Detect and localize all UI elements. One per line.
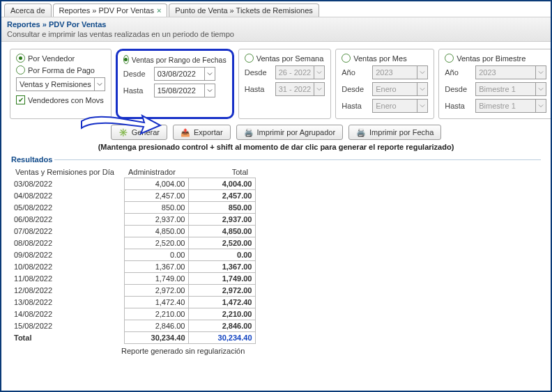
radio-icon: [16, 65, 25, 75]
chevron-down-icon: [204, 84, 215, 97]
radio-rango-fechas[interactable]: Ventas por Rango de Fechas: [123, 55, 227, 64]
cell-date: 09/08/2022: [11, 249, 124, 261]
cell-date: 15/08/2022: [11, 320, 124, 332]
col-total: Total: [188, 166, 255, 178]
chevron-down-icon: [314, 66, 324, 79]
mes-desde-input[interactable]: Enero: [372, 82, 428, 96]
cell-total: 2,457.00: [188, 190, 255, 202]
filter-group-bimestre: Ventas por Bimestre Año 2023 Desde Bimes…: [438, 49, 552, 119]
table-row: 10/08/20221,367.001,367.00: [11, 261, 255, 273]
cell-admin: 0.00: [124, 249, 188, 261]
chevron-down-icon: [535, 66, 546, 79]
bim-hasta-input[interactable]: Bimestre 1: [475, 99, 546, 113]
mes-ano-input[interactable]: 2023: [372, 65, 428, 79]
cell-admin: 850.00: [124, 202, 188, 214]
fecha-hasta-input[interactable]: 15/08/2022: [154, 84, 215, 97]
cell-total: 2,846.00: [188, 320, 255, 332]
cell-total: 1,367.00: [188, 261, 255, 273]
cell-total: 4,004.00: [188, 178, 255, 190]
cell-date: 11/08/2022: [11, 273, 124, 285]
tab-bar: Acerca de Reportes » PDV Por Ventas× Pun…: [1, 1, 551, 17]
radio-por-forma-pago[interactable]: Por Forma de Pago: [16, 65, 105, 75]
chevron-down-icon: [417, 83, 427, 95]
chevron-down-icon: [314, 83, 324, 95]
col-admin: Administrador: [124, 166, 188, 178]
page-title: Reportes » PDV Por Ventas: [7, 20, 545, 29]
fecha-desde-input[interactable]: 03/08/2022: [154, 67, 215, 81]
radio-por-vendedor[interactable]: Por Vendedor: [16, 54, 105, 63]
cell-admin: 2,972.00: [124, 285, 188, 297]
radio-icon: [342, 54, 351, 63]
semana-desde-input[interactable]: 26 - 2022: [275, 65, 325, 79]
radio-bimestre[interactable]: Ventas por Bimestre: [445, 54, 546, 63]
page-header: Reportes » PDV Por Ventas Consultar e im…: [1, 17, 551, 42]
bim-ano-input[interactable]: 2023: [475, 65, 546, 79]
cell-admin: 1,472.40: [124, 297, 188, 308]
cell-total: 850.00: [188, 202, 255, 214]
cell-total-label: Total: [11, 332, 124, 344]
table-row: 12/08/20222,972.002,972.00: [11, 285, 255, 297]
filter-group-fechas: Ventas por Rango de Fechas Desde 03/08/2…: [116, 49, 234, 119]
export-icon: 📤: [181, 127, 190, 137]
radio-semana[interactable]: Ventas por Semana: [245, 54, 325, 63]
cell-date: 03/08/2022: [11, 178, 124, 190]
table-row: 04/08/20222,457.002,457.00: [11, 190, 255, 202]
filter-group-semana: Ventas por Semana Desde 26 - 2022 Hasta …: [238, 49, 331, 119]
radio-icon: [445, 54, 454, 63]
printer-icon: 🖨️: [356, 127, 366, 137]
exportar-button[interactable]: 📤Exportar: [173, 125, 231, 140]
cell-total-admin: 30,234.40: [124, 332, 188, 344]
radio-mes[interactable]: Ventas por Mes: [342, 54, 428, 63]
cell-total: 1,472.40: [188, 297, 255, 308]
table-row: 14/08/20222,210.002,210.00: [11, 308, 255, 320]
filter-group-mes: Ventas por Mes Año 2023 Desde Enero Hast…: [335, 49, 434, 119]
cell-admin: 2,457.00: [124, 190, 188, 202]
cell-total: 4,850.00: [188, 226, 255, 237]
cell-date: 07/08/2022: [11, 226, 124, 237]
cell-admin: 2,520.00: [124, 237, 188, 249]
page-description: Consultar e imprimir las ventas realizad…: [7, 30, 545, 38]
printer-icon: 🖨️: [244, 127, 254, 137]
tipo-ventas-combo[interactable]: Ventas y Remisiones: [16, 77, 105, 91]
chevron-down-icon: [417, 66, 427, 79]
cell-total: 1,749.00: [188, 273, 255, 285]
close-icon[interactable]: ×: [157, 6, 161, 15]
filter-group-vendedor: Por Vendedor Por Forma de Pago Ventas y …: [10, 49, 112, 119]
bim-desde-input[interactable]: Bimestre 1: [475, 82, 546, 96]
cell-admin: 2,846.00: [124, 320, 188, 332]
table-row: 03/08/20224,004.004,004.00: [11, 178, 255, 190]
checkbox-icon: [16, 95, 25, 104]
table-total-row: Total30,234.4030,234.40: [11, 332, 255, 344]
generar-button[interactable]: ✳️Generar: [111, 125, 167, 140]
tab-tickets-remisiones[interactable]: Punto de Venta » Tickets de Remisiones: [169, 3, 319, 17]
cell-date: 12/08/2022: [11, 285, 124, 297]
chevron-down-icon: [94, 78, 105, 91]
semana-hasta-input[interactable]: 31 - 2022: [275, 82, 325, 96]
cell-admin: 4,850.00: [124, 226, 188, 237]
radio-icon: [16, 54, 25, 63]
action-button-bar: ✳️Generar 📤Exportar 🖨️Imprimir por Agrup…: [1, 125, 551, 140]
imprimir-fecha-button[interactable]: 🖨️Imprimir por Fecha: [348, 125, 441, 140]
chevron-down-icon: [535, 100, 546, 112]
col-fecha: Ventas y Remisiones por Día: [11, 166, 124, 178]
footer-note: Reporte generado sin regularización: [121, 347, 541, 355]
radio-icon: [123, 55, 129, 64]
cell-total: 2,520.00: [188, 237, 255, 249]
tab-acerca-de[interactable]: Acerca de: [4, 3, 52, 17]
imprimir-agrupador-button[interactable]: 🖨️Imprimir por Agrupador: [236, 125, 344, 140]
chevron-down-icon: [535, 83, 546, 95]
cell-total-total: 30,234.40: [188, 332, 255, 344]
table-row: 07/08/20224,850.004,850.00: [11, 226, 255, 237]
cell-date: 05/08/2022: [11, 202, 124, 214]
tab-pdv-por-ventas[interactable]: Reportes » PDV Por Ventas×: [53, 3, 168, 17]
table-row: 15/08/20222,846.002,846.00: [11, 320, 255, 332]
cell-admin: 1,749.00: [124, 273, 188, 285]
cell-admin: 2,210.00: [124, 308, 188, 320]
cell-total: 2,972.00: [188, 285, 255, 297]
cell-total: 0.00: [188, 249, 255, 261]
mes-hasta-input[interactable]: Enero: [372, 99, 428, 113]
cell-date: 04/08/2022: [11, 190, 124, 202]
cell-date: 14/08/2022: [11, 308, 124, 320]
checkbox-vendedores-movs[interactable]: Vendedores con Movs: [16, 95, 105, 104]
cell-admin: 2,937.00: [124, 214, 188, 226]
